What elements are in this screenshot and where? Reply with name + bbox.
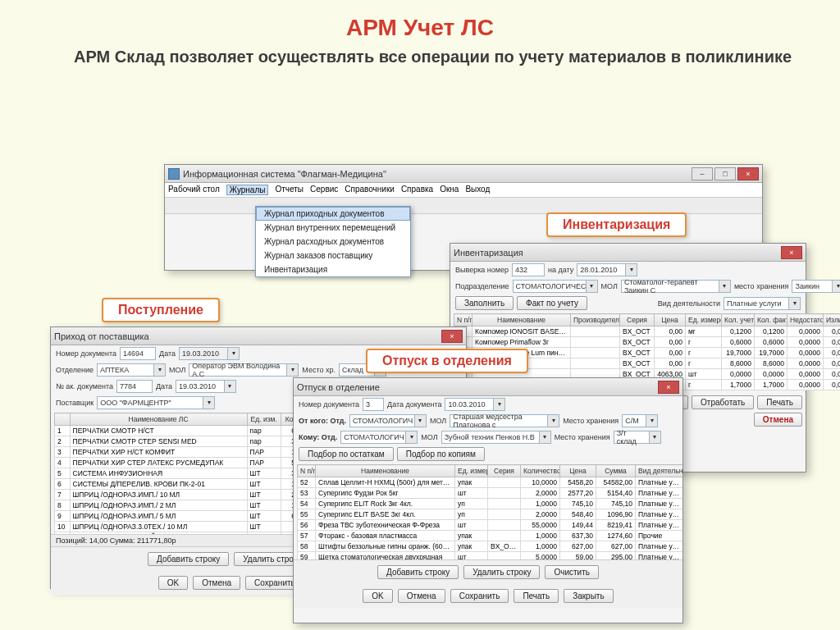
cell[interactable]: 8219,41 (596, 520, 636, 531)
table-row[interactable]: 57Фторакс - базовая пластмассаупак1,0000… (298, 531, 683, 541)
dropdown-item-orders[interactable]: Журнал заказов поставщику (256, 249, 410, 262)
inventory-close[interactable]: × (781, 246, 802, 259)
cell[interactable]: 0,0000 (824, 337, 841, 348)
inv-store-field[interactable]: Заикин (792, 280, 833, 293)
col-header[interactable]: Ед. измерения (455, 465, 488, 477)
cell[interactable]: BX_ОСТ (620, 358, 655, 369)
inv-fill-button[interactable]: Заполнить (455, 296, 514, 310)
col-header[interactable]: Кол. учетное (722, 314, 755, 326)
dp-mol1-field[interactable]: Старшая медсестра Платонова с (450, 414, 548, 427)
cell[interactable]: 10 (55, 522, 71, 532)
dropdown-arrow-icon[interactable]: ▾ (540, 431, 551, 444)
cell[interactable] (571, 326, 620, 337)
menu-reports[interactable]: Отчеты (275, 185, 304, 195)
cell[interactable]: 6 (55, 479, 71, 490)
cell[interactable]: 745,10 (596, 499, 636, 509)
dp-btn-cancel[interactable]: Отмена (398, 589, 445, 603)
cell[interactable]: упак (455, 531, 488, 541)
cell[interactable]: 0,0000 (788, 358, 824, 369)
cell[interactable]: 19,7000 (722, 348, 755, 358)
cell[interactable]: 56 (298, 520, 316, 531)
cell[interactable]: ШТ (247, 511, 281, 522)
cell[interactable]: 5 (55, 468, 71, 479)
dropdown-arrow-icon[interactable]: ▾ (833, 280, 840, 293)
cell[interactable]: 1096,90 (596, 509, 636, 520)
cell[interactable]: 0,0000 (788, 348, 824, 358)
cell[interactable]: 1,7000 (722, 380, 755, 390)
cell[interactable]: ПАР (247, 447, 281, 458)
col-header[interactable]: Ед. измерения (686, 314, 722, 326)
cell[interactable]: Платные услуг (636, 477, 683, 488)
cell[interactable]: упак (455, 477, 488, 488)
cell[interactable]: 0,00 (655, 358, 686, 369)
cell[interactable]: 745,10 (560, 499, 596, 509)
cell[interactable]: Платные услуг (636, 499, 683, 509)
cell[interactable]: 0,0000 (824, 380, 841, 390)
dropdown-arrow-icon[interactable]: ▾ (719, 280, 731, 293)
col-header[interactable]: N п/п (454, 314, 472, 326)
cell[interactable]: ПАР (247, 458, 281, 468)
dropdown-arrow-icon[interactable]: ▾ (287, 363, 299, 377)
cell[interactable]: Компомер IONOSIT BASELINER - (472, 326, 571, 337)
cell[interactable]: BX_ОСТ (620, 326, 655, 337)
rc-date2-field[interactable]: 19.03.2010 (176, 380, 225, 393)
dp-store1-field[interactable]: С/М (622, 414, 646, 427)
col-header[interactable]: Наименование (472, 314, 571, 326)
cell[interactable]: 59 (298, 552, 316, 560)
cell[interactable]: 5,0000 (521, 552, 560, 560)
menu-exit[interactable]: Выход (465, 185, 490, 195)
cell[interactable]: 5458,20 (560, 477, 596, 488)
cell[interactable] (488, 509, 521, 520)
inv-vnum-field[interactable]: 432 (512, 263, 545, 276)
cell[interactable]: 8 (55, 500, 71, 511)
cell[interactable]: 627,00 (596, 541, 636, 552)
dropdown-arrow-icon[interactable]: ▾ (587, 280, 598, 293)
cell[interactable] (488, 531, 521, 541)
cell[interactable]: 1,0000 (521, 531, 560, 541)
menu-desktop[interactable]: Рабочий стол (168, 185, 220, 195)
cell[interactable]: 1274,60 (596, 531, 636, 541)
menu-journals[interactable]: Журналы (226, 185, 269, 195)
cell[interactable]: 0,00 (655, 348, 686, 358)
cell[interactable]: 10,0000 (521, 477, 560, 488)
dropdown-arrow-icon[interactable]: ▾ (225, 380, 236, 393)
cell[interactable]: уп (455, 509, 488, 520)
btn-pick-remains[interactable]: Подбор по остаткам (299, 447, 394, 461)
dropdown-arrow-icon[interactable]: ▾ (548, 414, 559, 427)
btn-process[interactable]: Отработать (692, 395, 754, 409)
cell[interactable]: пар (247, 426, 281, 436)
table-row[interactable]: 1Компомер IONOSIT BASELINER -BX_ОСТ0,00м… (454, 326, 841, 337)
dropdown-arrow-icon[interactable]: ▾ (626, 263, 637, 276)
col-header[interactable]: Серия (488, 465, 521, 477)
cell[interactable]: Платные услуг (636, 541, 683, 552)
col-header[interactable]: Сумма (596, 465, 636, 477)
cell[interactable]: ПЕРЧАТКИ СМОТР Н/СТ (70, 426, 247, 436)
close-button[interactable]: × (737, 167, 759, 180)
cell[interactable]: Супергипс ELIT BASE 3кг 4кл. (316, 509, 455, 520)
cell[interactable]: ШТ (247, 490, 281, 500)
cell[interactable]: 8,6000 (722, 358, 755, 369)
cell[interactable]: Платные услуг (636, 509, 683, 520)
cell[interactable]: 1,0000 (521, 541, 560, 552)
cell[interactable]: 59,00 (560, 552, 596, 560)
dp-btn-clear[interactable]: Очистить (545, 565, 599, 579)
cell[interactable]: 0,00 (655, 326, 686, 337)
cell[interactable]: ШПРИЦ /ОДНОРАЗ.ИМП./ 5 МЛ (70, 511, 247, 522)
cell[interactable]: 55 (298, 509, 316, 520)
col-header[interactable]: Наименование ЛС (70, 413, 247, 426)
col-header[interactable]: Количество (521, 465, 560, 477)
col-header[interactable]: Серия (620, 314, 655, 326)
table-row[interactable]: 58Штифты беззольные гипны оранж. (60шт)у… (298, 541, 683, 552)
cell[interactable]: 58 (298, 541, 316, 552)
cell[interactable]: шт (686, 369, 722, 380)
cell[interactable]: 54582,00 (596, 477, 636, 488)
col-header[interactable]: Производитель (571, 314, 620, 326)
cell[interactable]: Платные услуг (636, 552, 683, 560)
cell[interactable]: 1 (55, 426, 71, 436)
cell[interactable]: 2577,20 (560, 488, 596, 499)
dp-from-field[interactable]: СТОМАТОЛОГИЧ (349, 414, 415, 427)
cell[interactable]: г (686, 380, 722, 390)
cell[interactable]: 0,0000 (788, 337, 824, 348)
cell[interactable]: 548,40 (560, 509, 596, 520)
table-row[interactable]: 2Компомер Primaflow 3гBX_ОСТ0,00г0,60000… (454, 337, 841, 348)
